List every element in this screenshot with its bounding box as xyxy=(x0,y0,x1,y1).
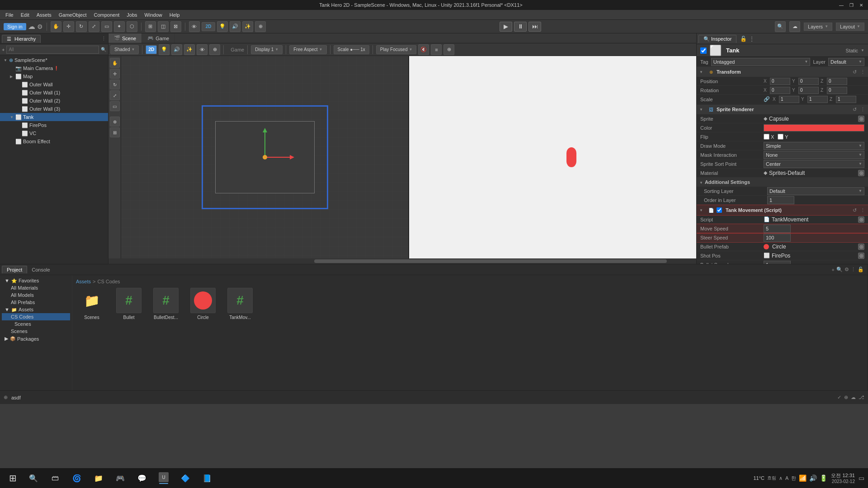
drawmode-dropdown[interactable]: Simple ▼ xyxy=(764,142,864,150)
hierarchy-item-firepos[interactable]: ⬜ FirePos xyxy=(0,121,108,129)
taskbar-vscode[interactable]: 📘 xyxy=(197,470,217,486)
color-swatch[interactable] xyxy=(764,124,864,131)
additional-settings-header[interactable]: Additional Settings xyxy=(697,178,868,187)
taskbar-widgets[interactable]: 🗃 xyxy=(45,470,65,486)
project-add-btn[interactable]: + xyxy=(832,267,835,272)
inspector-lock[interactable]: 🔓 xyxy=(740,36,747,42)
hierarchy-item-boomeffect[interactable]: ⬜ Boom Effect xyxy=(0,137,108,145)
scene-light-btn[interactable]: 💡 xyxy=(159,44,170,55)
project-more-btn[interactable]: ⋮ xyxy=(851,267,856,272)
asset-circle[interactable]: Circle xyxy=(187,288,219,320)
2d-toggle[interactable]: 2D xyxy=(202,22,216,31)
spritesortpoint-dropdown[interactable]: Center ▼ xyxy=(764,160,864,168)
tm-reset-btn[interactable]: ↺ xyxy=(853,207,857,213)
bulletprefab-target-btn[interactable]: ◎ xyxy=(858,244,864,250)
grid-scene-btn[interactable]: ⊞ xyxy=(110,127,120,137)
inspector-tab[interactable]: 🔍 Inspector xyxy=(698,35,736,43)
hierarchy-item-samplescene[interactable]: ▼ ⊕ SampleScene* xyxy=(0,56,108,64)
scene-gizmos-btn[interactable]: ⊕ xyxy=(209,44,220,55)
play-focused-btn[interactable]: Play Focused ▼ xyxy=(376,45,417,54)
hand-tool[interactable]: ✋ xyxy=(51,21,61,32)
taskbar-search[interactable]: 🔍 xyxy=(24,470,43,486)
scale-btn[interactable]: Scale ●── 1x xyxy=(334,45,369,54)
hierarchy-item-vc[interactable]: ⬜ VC xyxy=(0,129,108,137)
scale-x-input[interactable] xyxy=(779,96,799,103)
steerspeed-input[interactable] xyxy=(764,234,791,242)
sidebar-all-materials[interactable]: All Materials xyxy=(2,284,70,291)
sidebar-all-models[interactable]: All Models xyxy=(2,291,70,299)
game-mute-btn[interactable]: 🔇 xyxy=(418,44,429,55)
menu-jobs[interactable]: Jobs xyxy=(123,11,141,19)
taskbar-vs[interactable]: 🔷 xyxy=(175,470,195,486)
menu-file[interactable]: File xyxy=(2,11,17,19)
hierarchy-item-map[interactable]: ▶ ⬜ Map xyxy=(0,72,108,80)
rot-z-input[interactable] xyxy=(827,87,847,94)
show-desktop-btn[interactable]: ▭ xyxy=(859,474,864,482)
sprite-renderer-header[interactable]: 🖼 Sprite Renderer ↺ ⋮ xyxy=(697,104,868,114)
scene-options-btn[interactable]: Shaded ▼ xyxy=(110,45,139,54)
menu-edit[interactable]: Edit xyxy=(17,11,33,19)
game-gizmos-btn[interactable]: ⊕ xyxy=(443,44,454,55)
scene-scrollbar[interactable] xyxy=(108,258,696,264)
pos-z-input[interactable] xyxy=(827,78,847,85)
bulletspeed-input[interactable] xyxy=(764,261,791,264)
menu-gameobject[interactable]: GameObject xyxy=(55,11,90,19)
game-tab[interactable]: 🎮 Game xyxy=(142,33,175,43)
sortinglayer-dropdown[interactable]: Default ▼ xyxy=(767,187,864,195)
tray-expand-btn[interactable]: ∧ xyxy=(779,475,783,481)
static-dropdown-arrow[interactable]: ▼ xyxy=(861,48,864,52)
sign-in-button[interactable]: Sign in xyxy=(4,23,26,30)
fx-btn[interactable]: ✨ xyxy=(242,21,253,32)
layout-dropdown[interactable]: Layout ▼ xyxy=(836,23,864,31)
taskbar-explorer[interactable]: 📁 xyxy=(89,470,108,486)
menu-component[interactable]: Component xyxy=(90,11,123,19)
movespeed-input[interactable] xyxy=(764,225,791,233)
window-controls[interactable]: — ❐ ✕ xyxy=(838,2,864,8)
transform-header[interactable]: ⊕ Transform ↺ ⋮ xyxy=(697,67,868,77)
display-btn[interactable]: Display 1 ▼ xyxy=(251,45,283,54)
menu-window[interactable]: Window xyxy=(141,11,166,19)
move-tool[interactable]: ✛ xyxy=(63,21,74,32)
asset-bullet[interactable]: # Bullet xyxy=(113,288,145,320)
2d-view-btn[interactable]: 2D xyxy=(146,45,157,54)
scene-viewport[interactable] xyxy=(121,56,409,258)
lighting-btn[interactable]: 💡 xyxy=(217,21,228,32)
scene-tab[interactable]: 🎬 Scene xyxy=(108,33,142,43)
asset-tankmov[interactable]: # TankMov... xyxy=(224,288,256,320)
scale-scene-btn[interactable]: ⤢ xyxy=(110,90,120,100)
sidebar-packages[interactable]: ▶ 📦 Packages xyxy=(2,335,70,343)
restore-btn[interactable]: ❐ xyxy=(848,2,854,8)
hierarchy-search-input[interactable] xyxy=(6,46,99,54)
sidebar-scenes[interactable]: Scenes xyxy=(2,328,70,335)
taskbar-edge[interactable]: 🌀 xyxy=(67,470,87,486)
transform-reset-btn[interactable]: ↺ xyxy=(853,69,857,75)
hierarchy-item-outerwall2[interactable]: ⬜ Outer Wall (2) xyxy=(0,97,108,105)
rot-x-input[interactable] xyxy=(770,87,790,94)
scale-y-input[interactable] xyxy=(807,96,828,103)
cloud-btn2[interactable]: ☁ xyxy=(789,21,800,32)
tm-enable-checkbox[interactable] xyxy=(717,207,722,213)
gizmos-btn[interactable]: ⊕ xyxy=(255,21,266,32)
search-btn[interactable]: 🔍 xyxy=(775,21,786,32)
rotate-tool[interactable]: ↻ xyxy=(76,21,87,32)
hierarchy-item-outerwall1[interactable]: ⬜ Outer Wall (1) xyxy=(0,89,108,97)
menu-assets[interactable]: Assets xyxy=(33,11,55,19)
sidebar-all-prefabs[interactable]: All Prefabs xyxy=(2,299,70,306)
rect-tool[interactable]: ▭ xyxy=(101,21,112,32)
object-active-checkbox[interactable] xyxy=(700,47,707,54)
tag-dropdown[interactable]: Untagged ▼ xyxy=(711,58,811,66)
tankmovement-header[interactable]: 📄 Tank Movement (Script) ↺ ⋮ xyxy=(697,205,868,215)
sidebar-scenes-sub[interactable]: Scenes xyxy=(2,320,70,328)
asset-scenes[interactable]: 📁 Scenes xyxy=(76,288,108,320)
project-tab[interactable]: Project xyxy=(2,266,27,273)
game-stats-btn[interactable]: ≡ xyxy=(431,44,442,55)
rot-y-input[interactable] xyxy=(798,87,819,94)
audio-btn[interactable]: 🔊 xyxy=(230,21,241,32)
tm-more-btn[interactable]: ⋮ xyxy=(860,207,865,213)
pos-y-input[interactable] xyxy=(798,78,819,85)
collab-icon[interactable]: ⚙ xyxy=(37,23,43,30)
move-scene-btn[interactable]: ✛ xyxy=(110,69,120,79)
step-button[interactable]: ⏭ xyxy=(528,22,541,32)
project-search-btn[interactable]: 🔍 xyxy=(836,267,843,272)
scene-fx-btn[interactable]: ✨ xyxy=(184,44,195,55)
